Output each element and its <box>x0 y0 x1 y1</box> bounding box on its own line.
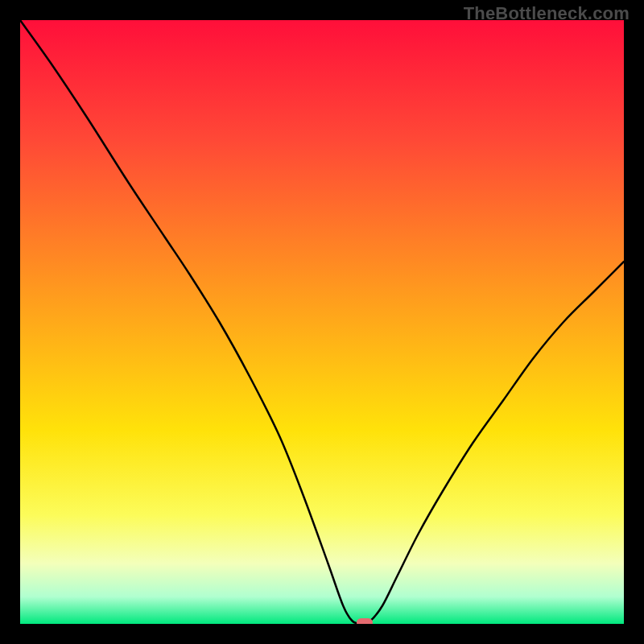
chart-frame: TheBottleneck.com <box>0 0 644 644</box>
bottleneck-curve <box>20 20 624 624</box>
plot-area <box>20 20 624 624</box>
optimum-marker <box>357 618 373 624</box>
watermark-text: TheBottleneck.com <box>464 3 630 24</box>
